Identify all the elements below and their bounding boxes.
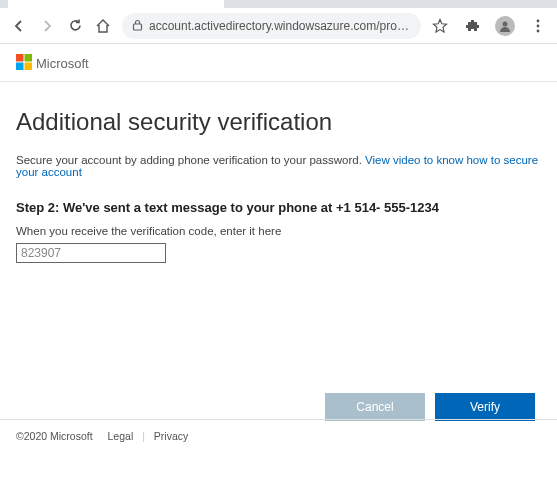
footer-legal-link[interactable]: Legal: [108, 430, 134, 442]
svg-point-8: [537, 29, 540, 32]
svg-point-6: [537, 19, 540, 22]
verification-code-input[interactable]: [16, 243, 166, 263]
menu-icon[interactable]: [529, 18, 547, 34]
address-bar[interactable]: account.activedirectory.windowsazure.com…: [122, 13, 421, 39]
intro-text: Secure your account by adding phone veri…: [16, 154, 541, 178]
page-footer: ©2020 Microsoft Legal | Privacy: [0, 419, 557, 452]
svg-rect-12: [25, 63, 33, 71]
svg-rect-11: [16, 63, 24, 71]
svg-point-7: [537, 24, 540, 27]
page-title: Additional security verification: [16, 108, 541, 136]
lock-icon: [132, 19, 143, 33]
reload-icon[interactable]: [66, 18, 84, 33]
intro-static: Secure your account by adding phone veri…: [16, 154, 365, 166]
forward-icon[interactable]: [38, 18, 56, 34]
main-content: Additional security verification Secure …: [0, 82, 557, 437]
footer-privacy-link[interactable]: Privacy: [154, 430, 188, 442]
back-icon[interactable]: [10, 18, 28, 34]
instruction-text: When you receive the verification code, …: [16, 225, 541, 237]
step-prefix: Step 2: We've sent a text message to you…: [16, 200, 336, 215]
svg-rect-9: [16, 54, 24, 62]
microsoft-logo-icon: [16, 54, 32, 73]
svg-rect-4: [134, 24, 142, 30]
profile-avatar-icon[interactable]: [495, 16, 515, 36]
new-tab-button[interactable]: +: [232, 0, 241, 2]
svg-rect-10: [25, 54, 33, 62]
browser-tab-bar: Additional security verification × +: [0, 0, 557, 8]
brand-name: Microsoft: [36, 56, 89, 71]
site-header: Microsoft: [0, 44, 557, 82]
svg-point-5: [503, 21, 508, 26]
verify-button[interactable]: Verify: [435, 393, 535, 421]
browser-tab[interactable]: Additional security verification ×: [8, 0, 224, 8]
browser-toolbar: account.activedirectory.windowsazure.com…: [0, 8, 557, 44]
footer-copyright: ©2020 Microsoft: [16, 430, 93, 442]
action-row: Cancel Verify: [16, 393, 541, 421]
footer-separator: |: [142, 430, 145, 442]
step-heading: Step 2: We've sent a text message to you…: [16, 200, 541, 215]
star-icon[interactable]: [431, 18, 449, 34]
home-icon[interactable]: [94, 18, 112, 34]
extensions-icon[interactable]: [463, 18, 481, 33]
tab-close-icon[interactable]: ×: [206, 0, 214, 1]
step-phone: +1 514- 555-1234: [336, 200, 439, 215]
address-text: account.activedirectory.windowsazure.com…: [149, 19, 411, 33]
cancel-button[interactable]: Cancel: [325, 393, 425, 421]
